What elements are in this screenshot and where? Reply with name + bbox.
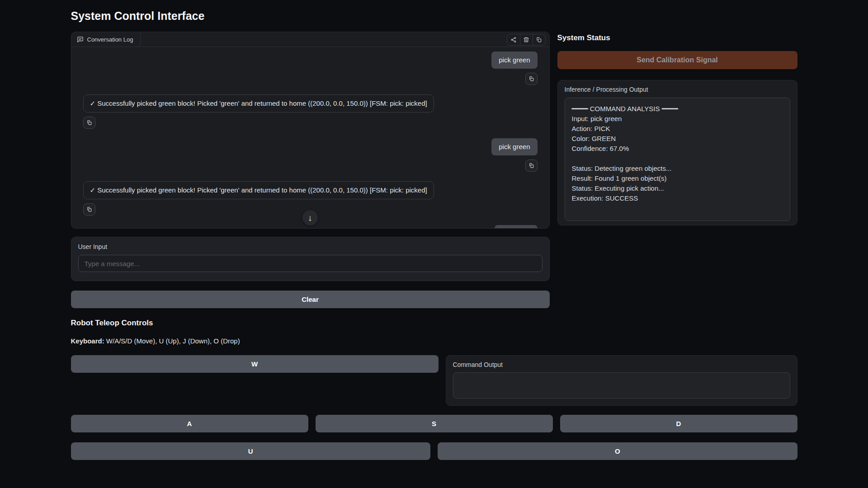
user-input-panel: User Input: [71, 237, 550, 281]
share-button[interactable]: [507, 34, 520, 45]
scroll-to-bottom-button[interactable]: ↓: [302, 210, 318, 225]
copy-icon: [86, 120, 92, 126]
bot-message-bubble: ✓ Successfully picked green block! Picke…: [83, 94, 434, 113]
copy-message-button[interactable]: [525, 73, 538, 85]
bot-message-bubble: ✓ Successfully picked green block! Picke…: [83, 181, 434, 199]
clear-conversation-button[interactable]: [520, 34, 533, 45]
copy-conversation-button[interactable]: [533, 34, 545, 45]
message-actions-row: [83, 160, 538, 172]
copy-icon: [536, 37, 542, 43]
user-message-row: pick green: [83, 52, 538, 69]
key-d-button[interactable]: D: [560, 415, 797, 432]
inference-output-text[interactable]: ━━━━ COMMAND ANALYSIS ━━━━ Input: pick g…: [565, 98, 790, 221]
left-column: Conversation Log: [71, 32, 550, 308]
arrow-down-icon: ↓: [308, 214, 312, 222]
top-layout: Conversation Log: [71, 32, 797, 308]
teleop-row-2: A S D: [71, 415, 797, 432]
bot-message-row: ✓ Successfully picked green block! Picke…: [83, 181, 538, 199]
inference-output-label: Inference / Processing Output: [565, 86, 790, 93]
user-message-bubble: pick green: [491, 138, 537, 155]
system-status-column: System Status Send Calibration Signal In…: [557, 32, 797, 308]
user-message-bubble-partial: [495, 225, 538, 228]
user-message-row: pick green: [83, 138, 538, 155]
page-title: System Control Interface: [71, 9, 797, 23]
key-o-button[interactable]: O: [438, 442, 797, 460]
key-s-button[interactable]: S: [316, 415, 553, 432]
inference-output-panel: Inference / Processing Output ━━━━ COMMA…: [557, 80, 797, 225]
chat-message-list[interactable]: pick green ✓ Successfully picked green b…: [71, 47, 549, 228]
key-u-button[interactable]: U: [71, 442, 431, 460]
conversation-log-panel: Conversation Log: [71, 32, 550, 229]
copy-message-button[interactable]: [83, 117, 95, 129]
copy-icon: [528, 163, 534, 169]
teleop-row-1: W Command Output: [71, 355, 797, 406]
page-container: System Control Interface Conversation Lo…: [71, 0, 797, 460]
conversation-log-tab: Conversation Log: [71, 32, 141, 47]
bot-message-row: ✓ Successfully picked green block! Picke…: [83, 94, 538, 113]
keyboard-hint: Keyboard: W/A/S/D (Move), U (Up), J (Dow…: [71, 337, 797, 345]
command-output-text[interactable]: [453, 372, 790, 399]
conversation-log-label: Conversation Log: [87, 36, 133, 43]
keyboard-hint-label: Keyboard:: [71, 337, 104, 345]
user-input-label: User Input: [78, 243, 542, 250]
command-output-label: Command Output: [453, 361, 790, 368]
message-actions-row: [83, 73, 538, 85]
share-nodes-icon: [510, 37, 517, 43]
chat-action-group: [507, 34, 546, 46]
message-actions-row: [83, 117, 538, 129]
chat-bubble-icon: [77, 36, 84, 43]
copy-icon: [528, 76, 534, 82]
clear-button[interactable]: Clear: [71, 291, 550, 308]
send-calibration-signal-button[interactable]: Send Calibration Signal: [557, 51, 797, 69]
copy-message-button[interactable]: [83, 203, 95, 216]
copy-message-button[interactable]: [525, 160, 538, 172]
message-input[interactable]: [78, 255, 542, 272]
key-w-button[interactable]: W: [71, 355, 439, 373]
teleop-row-3: U O: [71, 442, 797, 460]
conversation-log-header: Conversation Log: [71, 32, 549, 47]
key-a-button[interactable]: A: [71, 415, 308, 432]
command-output-panel: Command Output: [446, 355, 797, 406]
keyboard-hint-text: W/A/S/D (Move), U (Up), J (Down), O (Dro…: [104, 337, 240, 345]
teleop-heading: Robot Teleop Controls: [71, 319, 797, 328]
copy-icon: [86, 206, 92, 212]
system-status-heading: System Status: [557, 33, 797, 42]
user-message-bubble: pick green: [491, 52, 537, 69]
trash-icon: [523, 37, 529, 43]
